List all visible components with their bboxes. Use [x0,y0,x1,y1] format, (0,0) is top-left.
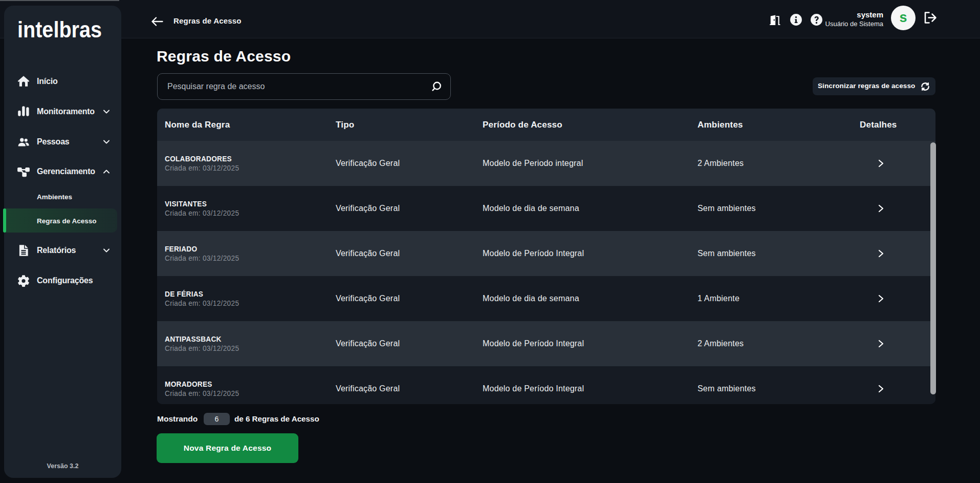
svg-text:intelbras: intelbras [17,16,102,43]
